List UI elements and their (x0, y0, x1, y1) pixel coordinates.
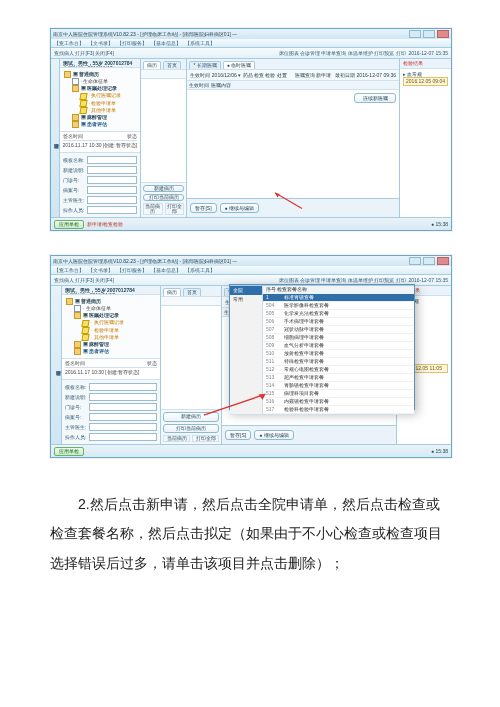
field-label: 新建说明: (63, 168, 85, 173)
template-name-input[interactable] (89, 383, 157, 391)
tree-node: · 检验申请单 (64, 100, 136, 107)
toolbar-left[interactable]: 查找病人 打开[F3] 关闭[F4] (54, 51, 114, 56)
window-title: 南京中人医院住院管理系统V10.82.23 - [护理临床工作站] - [南部医… (53, 32, 237, 37)
new-record-button[interactable]: 新建病历 (143, 185, 184, 192)
side-strip[interactable]: 目录管理器 (51, 59, 60, 217)
menu-item[interactable]: 【基本信息】 (151, 268, 181, 273)
save-draft-button[interactable]: 暂存[S] (190, 203, 216, 213)
tree-node: · 生命体征单 (64, 78, 136, 85)
list-item: 509血气分析申请套餐 (263, 342, 414, 350)
statusbar: 应用单检 新申请/检查检验 ● 15:38 (51, 217, 451, 230)
order-tool-left[interactable]: 生效时间 2016/12/06 ▾ 药品 检查 检验 处置 (190, 73, 286, 78)
continue-order-button[interactable]: 连续新医嘱 (354, 93, 396, 103)
order-tool-buttons[interactable]: 医嘱查询 新申请 (295, 73, 331, 78)
outpatient-input[interactable] (87, 176, 137, 184)
outpatient-input[interactable] (89, 403, 157, 411)
menu-item[interactable]: 【打印服务】 (117, 268, 147, 273)
toolbar-time: 2016-12-07 15:35 (409, 278, 448, 283)
status-time: ● 15:38 (431, 449, 448, 454)
side-strip[interactable]: 目录管理器 (51, 286, 62, 444)
list-item: 508细胞病理申请套餐 (263, 334, 414, 342)
doctor-input[interactable] (87, 196, 137, 204)
window-buttons (409, 257, 449, 265)
caseno-input[interactable] (87, 186, 137, 194)
menubar: 【查工作台】 【文书录】 【打印服务】 【基本信息】 【系统工具】 (51, 266, 451, 275)
annotation-label: 新申请/检查检验 (87, 222, 123, 227)
close-icon[interactable] (437, 257, 449, 265)
tree-node: ▣ 医嘱处理记录 (64, 85, 136, 92)
order-toolbar: 生效时间 2016/12/06 ▾ 药品 检查 检验 处置 医嘱查询 新申请 最… (187, 70, 399, 81)
tab-home[interactable]: 首页 (163, 61, 181, 69)
menu-item[interactable]: 【打印服务】 (117, 41, 147, 46)
tab-record[interactable]: 病历 (143, 61, 161, 69)
extra-options[interactable]: □ 日单医嘱 □ 下达时不打印 (312, 414, 372, 415)
doctor-input[interactable] (89, 423, 157, 431)
toolbar-right[interactable]: 床位图表 会诊管理 申请单查询 体温单维护 打印预览 打印 (279, 278, 406, 283)
col-header: 状态 (127, 134, 137, 139)
close-icon[interactable] (437, 30, 449, 38)
continue-edit-button[interactable]: ● 继续与编辑 (220, 203, 259, 213)
operator-input[interactable] (87, 206, 137, 214)
show-all-label: 显示所有申请单 (245, 414, 280, 415)
sign-row[interactable]: 2016.11.17 10:30 [创建:暂存状态] (63, 141, 137, 148)
print-current-button[interactable]: 打印当前病历 (143, 194, 184, 201)
toolbar-right[interactable]: 床位图表 会诊管理 申请单查询 体温单维护 打印预览 打印 (279, 51, 406, 56)
maximize-icon[interactable] (423, 257, 435, 265)
list-item: 504医学影像科检查套餐 (263, 302, 414, 310)
continue-edit-button[interactable]: ● 继续与编辑 (254, 430, 293, 440)
menu-item[interactable]: 【文书录】 (88, 268, 113, 273)
list-item: 517检验科检验申请套餐 (263, 406, 414, 414)
field-label: 操作人员: (63, 208, 85, 213)
menu-item[interactable]: 【查工作台】 (54, 41, 84, 46)
toolbar-left[interactable]: 查找病人 打开[F3] 关闭[F4] (54, 278, 114, 283)
field-label: 主管医生: (63, 198, 85, 203)
tab-record[interactable]: 病历 (163, 288, 181, 296)
category-all[interactable]: 全院 (230, 286, 262, 295)
menu-item[interactable]: 【系统工具】 (185, 41, 215, 46)
list-header: 序号 检查套餐名称 (263, 286, 414, 294)
menu-item[interactable]: 【查工作台】 (54, 268, 84, 273)
apply-button[interactable]: 应用单检 (54, 220, 84, 229)
instruction-text: 2.然后点击新申请，然后点击全院申请单，然后点击检查或检查套餐名称，然后点击拟定… (50, 482, 450, 578)
nav-tree[interactable]: ▣ 普通病历 · 生命体征单 ▣ 医嘱处理记录 · 执行医嘱记录 · 检验申请单… (60, 68, 140, 131)
template-name-input[interactable] (87, 156, 137, 164)
order-grid-header: 生效时间 医嘱内容 (187, 81, 399, 90)
list-item: 506手术病理申请套餐 (263, 318, 414, 326)
tree-node: · 执行医嘱记录 (64, 92, 136, 99)
tree-node: ▣ 患者评估 (64, 121, 136, 128)
save-draft-button[interactable]: 暂存[S] (225, 430, 251, 440)
order-grid-body[interactable]: 连续新医嘱 (187, 90, 399, 198)
sign-row[interactable]: 2016.11.17 10:30 [创建:暂存状态] (65, 368, 157, 375)
list-item: 1标准胃镜查餐 (263, 294, 414, 302)
minimize-icon[interactable] (409, 30, 421, 38)
maximize-icon[interactable] (423, 30, 435, 38)
print-current-button[interactable]: 打印当前病历 (163, 424, 219, 434)
minimize-icon[interactable] (409, 257, 421, 265)
desc-input[interactable] (89, 393, 157, 401)
menu-item[interactable]: 【文书录】 (88, 41, 113, 46)
results-title: 检验结果 (400, 59, 451, 69)
category-common[interactable]: 常用 (230, 295, 262, 304)
tab-temp[interactable]: ● 临时医嘱 (223, 61, 255, 69)
result-chip[interactable]: 2016.12.05 09:04 (403, 77, 448, 86)
order-bottombar: 暂存[S] ● 继续与编辑 (187, 198, 399, 217)
confirm-button[interactable]: 拟定 (284, 414, 308, 415)
menu-item[interactable]: 【系统工具】 (185, 268, 215, 273)
dialog-footer: 显示所有申请单 拟定 □ 日单医嘱 □ 下达时不打印 (230, 414, 414, 415)
list-item: 513超声检查申请套餐 (263, 374, 414, 382)
dialog-item-list[interactable]: 序号 检查套餐名称 1标准胃镜查餐 504医学影像科检查套餐 505化学发光法检… (263, 286, 414, 414)
desc-input[interactable] (87, 166, 137, 174)
list-item: 511特殊检查申请套餐 (263, 358, 414, 366)
new-record-button[interactable]: 新建病历 (163, 412, 219, 422)
sign-list: 签名时间 状态 2016.11.17 10:30 [创建:暂存状态] (62, 358, 160, 379)
nav-tree[interactable]: ▣ 普通病历 · 生命体征单 ▣ 医嘱处理记录 · 执行医嘱记录 · 检验申请单… (62, 295, 160, 358)
tab-longterm[interactable]: * 长期医嘱 (189, 61, 220, 69)
show-all-checkbox[interactable] (233, 414, 241, 415)
menu-item[interactable]: 【基本信息】 (151, 41, 181, 46)
center-panel: 病历 首页 新建病历 打印当前病历 当前病历 打印全部 (161, 286, 222, 444)
caseno-input[interactable] (89, 413, 157, 421)
order-tool-date: 最初日期 2016-12-07 09:36 (335, 73, 396, 78)
apply-button[interactable]: 应用单检 (54, 447, 84, 456)
operator-input[interactable] (89, 433, 157, 441)
tab-home[interactable]: 首页 (183, 288, 201, 296)
